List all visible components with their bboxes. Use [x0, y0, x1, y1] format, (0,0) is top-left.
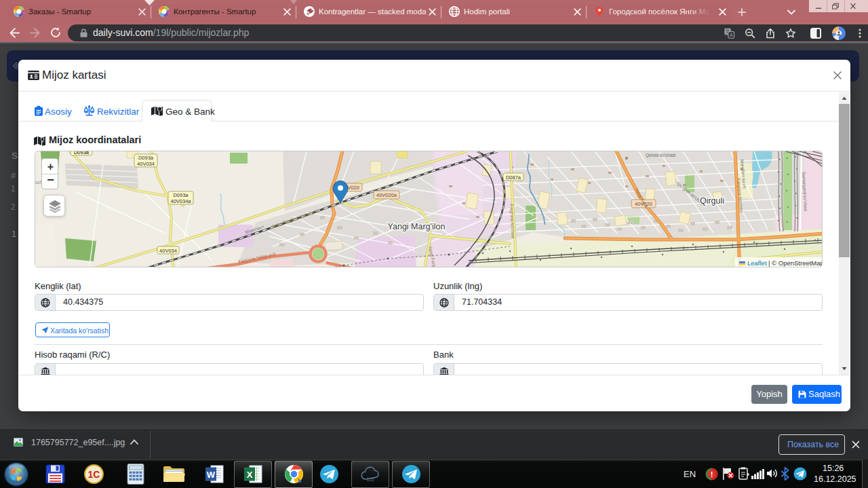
svg-text:!: !	[711, 470, 713, 478]
svg-text:115: 115	[367, 477, 374, 482]
svg-text:W: W	[207, 470, 216, 480]
svg-text:40V034a: 40V034a	[170, 198, 191, 204]
svg-text:40V034: 40V034	[159, 248, 177, 254]
svg-text:1С: 1С	[88, 469, 100, 480]
svg-text:Yangi Marg'ilon: Yangi Marg'ilon	[388, 222, 446, 231]
svg-text:40V020a: 40V020a	[376, 192, 397, 198]
svg-text:Qirguli: Qirguli	[700, 196, 724, 206]
svg-text:Qetola ko'chasi: Qetola ko'chasi	[646, 153, 675, 158]
svg-text:| © OpenStreetMap: | © OpenStreetMap	[768, 259, 823, 267]
svg-text:40V034: 40V034	[137, 161, 155, 167]
svg-text:A: A	[730, 32, 733, 38]
svg-text:Leaflet: Leaflet	[747, 259, 767, 267]
svg-text:X: X	[247, 470, 253, 480]
svg-text:D087a: D087a	[506, 174, 521, 181]
svg-text:D093a: D093a	[74, 151, 90, 155]
